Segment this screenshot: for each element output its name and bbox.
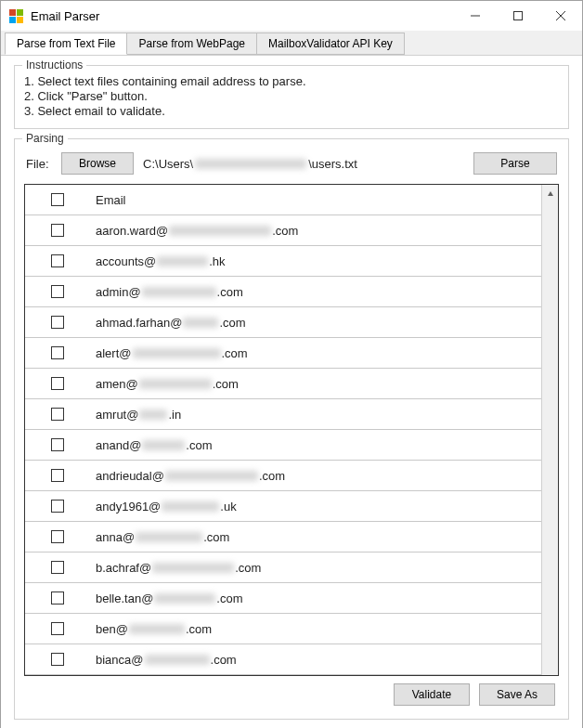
instruction-line-0: 1. Select text files containing email ad… (24, 74, 559, 88)
table-row[interactable]: bianca@.com (25, 644, 541, 675)
scrollbar-track[interactable] (542, 203, 558, 675)
save-as-button[interactable]: Save As (479, 683, 555, 706)
email-prefix: anna@ (96, 530, 135, 544)
app-window: Email Parser Parse from Text FileParse f… (0, 0, 583, 728)
validate-button[interactable]: Validate (394, 683, 470, 706)
row-checkbox[interactable] (51, 285, 64, 298)
row-checkbox[interactable] (51, 346, 64, 359)
row-checkbox[interactable] (51, 530, 64, 543)
svg-marker-4 (548, 191, 553, 196)
row-checkbox-cell (25, 377, 90, 390)
row-checkbox[interactable] (51, 592, 64, 604)
email-prefix: andy1961@ (96, 500, 161, 514)
email-cell: alert@.com (90, 346, 541, 360)
email-prefix: alert@ (96, 346, 132, 360)
redacted-domain (139, 410, 167, 420)
row-checkbox-cell (25, 285, 90, 298)
scroll-up-button[interactable] (542, 185, 558, 203)
row-checkbox-cell (25, 469, 90, 482)
email-cell: belle.tan@.com (90, 592, 541, 605)
vertical-scrollbar[interactable] (541, 185, 558, 675)
maximize-button[interactable] (497, 1, 539, 31)
email-table: Email aaron.ward@.comaccounts@.hkadmin@.… (24, 184, 559, 676)
redacted-domain (136, 532, 202, 542)
select-all-checkbox[interactable] (51, 193, 64, 206)
table-row[interactable]: amrut@.in (25, 399, 541, 430)
table-row[interactable]: accounts@.hk (25, 246, 541, 277)
row-checkbox[interactable] (51, 224, 64, 237)
redacted-domain (129, 624, 185, 634)
table-row[interactable]: b.achraf@.com (25, 552, 541, 583)
tab-0[interactable]: Parse from Text File (5, 32, 127, 55)
row-checkbox[interactable] (51, 377, 64, 390)
table-row[interactable]: ben@.com (25, 614, 541, 644)
email-suffix: .com (217, 285, 243, 299)
email-suffix: .com (211, 653, 237, 667)
file-label: File: (26, 157, 52, 171)
row-checkbox-cell (25, 500, 90, 513)
row-checkbox[interactable] (51, 561, 64, 574)
table-row[interactable]: admin@.com (25, 277, 541, 307)
table-row[interactable]: aaron.ward@.com (25, 215, 541, 246)
email-suffix: .com (272, 224, 298, 238)
file-path-prefix: C:\Users\ (143, 157, 193, 171)
row-checkbox[interactable] (51, 653, 64, 666)
redacted-domain (183, 318, 218, 328)
row-checkbox[interactable] (51, 500, 64, 513)
email-cell: ben@.com (90, 622, 541, 636)
email-prefix: belle.tan@ (96, 592, 153, 605)
row-checkbox-cell (25, 224, 90, 237)
row-checkbox[interactable] (51, 408, 64, 421)
redacted-domain (152, 563, 234, 573)
row-checkbox-cell (25, 408, 90, 421)
table-row[interactable]: amen@.com (25, 369, 541, 399)
row-checkbox-cell (25, 438, 90, 451)
row-checkbox[interactable] (51, 438, 64, 451)
instruction-line-2: 3. Select email to validate. (24, 104, 559, 118)
row-checkbox-cell (25, 561, 90, 574)
minimize-button[interactable] (454, 1, 497, 31)
row-checkbox[interactable] (51, 469, 64, 482)
row-checkbox[interactable] (51, 622, 64, 635)
email-prefix: amrut@ (96, 408, 138, 422)
table-row[interactable]: andy1961@.uk (25, 491, 541, 522)
email-suffix: .com (186, 622, 212, 636)
app-icon (8, 8, 23, 23)
table-row[interactable]: alert@.com (25, 338, 541, 369)
browse-button[interactable]: Browse (61, 152, 134, 175)
email-suffix: .com (213, 377, 239, 391)
row-checkbox-cell (25, 530, 90, 543)
table-body: Email aaron.ward@.comaccounts@.hkadmin@.… (25, 185, 541, 675)
instructions-text: 1. Select text files containing email ad… (24, 74, 559, 118)
email-suffix: .com (203, 530, 229, 544)
redacted-domain (142, 287, 216, 297)
close-button[interactable] (539, 1, 582, 31)
svg-rect-1 (514, 12, 523, 20)
email-cell: anna@.com (90, 530, 541, 544)
table-row[interactable]: anand@.com (25, 430, 541, 461)
table-row[interactable]: andrieudal@.com (25, 461, 541, 491)
redacted-domain (157, 256, 208, 266)
row-checkbox[interactable] (51, 316, 64, 329)
redacted-domain (133, 348, 221, 358)
email-suffix: .hk (209, 254, 225, 268)
header-checkbox-cell (25, 193, 90, 206)
redacted-domain (154, 593, 215, 604)
email-prefix: accounts@ (96, 254, 156, 268)
table-row[interactable]: belle.tan@.com (25, 583, 541, 614)
table-row[interactable]: ahmad.farhan@.com (25, 307, 541, 338)
table-row[interactable]: anna@.com (25, 522, 541, 552)
row-checkbox-cell (25, 653, 90, 666)
tab-1[interactable]: Parse from WebPage (126, 32, 257, 55)
redacted-domain (169, 226, 271, 236)
file-path-display: C:\Users\ \users.txt (143, 157, 464, 171)
email-prefix: amen@ (96, 377, 138, 391)
parse-button[interactable]: Parse (473, 152, 557, 175)
email-suffix: .uk (220, 500, 236, 514)
tab-2[interactable]: MailboxValidator API Key (256, 32, 405, 55)
email-cell: accounts@.hk (90, 254, 541, 268)
email-cell: amen@.com (90, 377, 541, 391)
redacted-domain (162, 501, 219, 512)
row-checkbox[interactable] (51, 254, 64, 267)
email-prefix: anand@ (96, 438, 141, 452)
